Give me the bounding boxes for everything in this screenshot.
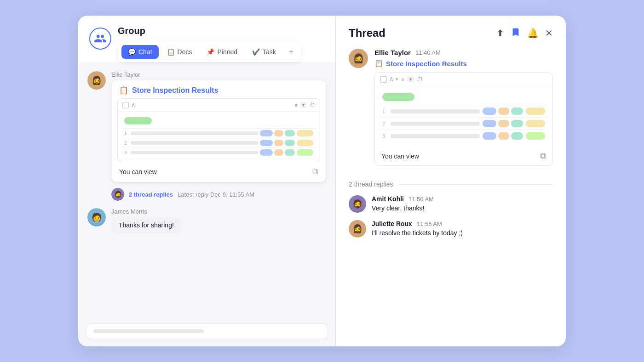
amit-reply-text: Very clear, thanks! [372,204,434,212]
juliette-reply-text: I'll resolve the tickets by today ;) [372,229,463,237]
thread-ellie-avatar: 🧔‍♀️ [349,49,368,68]
thread-doc-title: Store Inspection Results [386,60,467,68]
james-bubble: Thanks for sharing! [111,217,181,233]
thread-doc-icon: 📋 [374,59,383,68]
bell-icon[interactable]: 🔔 [527,28,539,39]
tag-blue [260,130,273,136]
doc-title: Store Inspection Results [132,86,218,95]
clock-icon: ⏱ [309,102,315,108]
juliette-reply-meta: Juliette Roux 11:55 AM [372,220,463,227]
header-tag-green [124,117,152,124]
doc-icon: 📋 [119,86,128,95]
thread-header-tag [382,93,414,101]
thread-preview-body: 1 2 [375,86,552,147]
ellie-message-content: Ellie Taylor 📋 Store Inspection Results [111,71,326,182]
amit-reply-meta: Amit Kohli 11:50 AM [372,195,434,203]
chat-icon: 💬 [128,48,136,56]
preview-row-1: 1 [121,128,316,138]
ellie-doc-card[interactable]: 📋 Store Inspection Results Ā [111,80,326,182]
thread-copy-icon[interactable]: ⧉ [540,151,546,161]
juliette-time: 11:55 AM [417,221,442,227]
thread-text-icon: Ā [390,77,393,82]
thread-dropdown1: ▾ [396,76,398,82]
left-content: 🧔‍♀️ Ellie Taylor 📋 Store Inspection Res… [78,62,335,322]
thread-replies-count-label: 2 thread replies [349,181,393,188]
main-container: Group 💬 Chat 📋 Docs 📌 Pinned [78,16,566,346]
james-message-group: 🧑 James Morris Thanks for sharing! [87,208,326,233]
copy-icon[interactable]: ⧉ [312,167,318,176]
tag-teal [285,130,295,136]
thread-doc-preview: Ā ▾ ≡ ▾ ⏱ 1 [374,72,553,166]
james-avatar: 🧑 [87,208,106,226]
james-sender-name: James Morris [111,208,181,215]
left-panel: Group 💬 Chat 📋 Docs 📌 Pinned [78,16,336,346]
amit-reply-content: Amit Kohli 11:50 AM Very clear, thanks! [372,195,434,212]
group-icon [94,32,107,45]
ellie-sender-name: Ellie Taylor [111,71,326,78]
thread-ellie-content: Ellie Taylor 11:40 AM 📋 Store Inspection… [374,49,553,170]
bookmark-icon[interactable] [511,27,521,40]
message-input-bar[interactable] [86,323,328,339]
divider-line [399,184,553,185]
thread-preview-row-1: 1 [380,105,548,117]
ellie-message-row: 🧔‍♀️ Ellie Taylor 📋 Store Inspection Res… [87,71,326,182]
preview-toolbar: Ā ≡ ▾ ⏱ [118,99,320,112]
thread-ellie-meta: Ellie Taylor 11:40 AM [374,49,553,57]
thread-ellie-sender: Ellie Taylor [374,49,411,57]
checkbox-icon [122,102,129,108]
close-icon[interactable]: ✕ [545,28,553,39]
thread-replies-row: 🧔 2 thread replies Latest reply Dec 9, 1… [87,186,326,203]
group-avatar [89,28,111,50]
amit-reply-row: 🧔 Amit Kohli 11:50 AM Very clear, thanks… [349,195,553,213]
upload-icon[interactable]: ⬆ [496,28,504,39]
juliette-reply-avatar: 🧔‍♀️ [349,220,366,238]
juliette-reply-row: 🧔‍♀️ Juliette Roux 11:55 AM I'll resolve… [349,220,553,238]
docs-icon: 📋 [167,48,175,56]
tab-chat[interactable]: 💬 Chat [121,45,159,59]
amit-time: 11:50 AM [408,196,434,203]
add-tab-button[interactable]: + [284,45,298,59]
preview-row-3: 3 [121,147,316,157]
thread-clock: ⏱ [417,76,423,83]
thread-ellie-time: 11:40 AM [415,49,441,56]
thread-replies-divider: 2 thread replies [349,181,553,188]
thread-replies-link[interactable]: 2 thread replies [129,191,173,198]
preview-body: 1 [118,112,320,161]
thread-list-icon: ≡ [401,77,404,82]
pin-icon: 📌 [207,48,214,56]
text-icon: Ā [132,102,135,108]
thread-checkbox [380,76,387,83]
thread-preview-header [380,91,548,103]
right-panel: Thread ⬆ 🔔 ✕ 🧔‍♀️ Ellie Taylor 11:40 AM [336,16,566,346]
tab-task-label: Task [263,48,276,56]
thread-doc-link[interactable]: 📋 Store Inspection Results [374,59,553,68]
doc-card-footer: You can view ⧉ [112,161,326,182]
tab-pinned-label: Pinned [217,48,237,56]
thread-preview-row-3: 3 [380,130,548,142]
thread-preview-row-2: 2 [380,117,548,130]
tag-green2 [297,149,313,156]
ellie-message-group: 🧔‍♀️ Ellie Taylor 📋 Store Inspection Res… [87,71,326,203]
tab-pinned[interactable]: 📌 Pinned [200,45,244,59]
left-header-right: Group 💬 Chat 📋 Docs 📌 Pinned [118,26,324,62]
tab-docs[interactable]: 📋 Docs [161,45,199,59]
thread-doc-footer: You can view ⧉ [375,147,552,165]
tag-yellow [297,130,313,136]
doc-footer-text: You can view [119,168,157,175]
james-message-content: James Morris Thanks for sharing! [111,208,181,233]
ellie-avatar: 🧔‍♀️ [87,71,106,90]
left-header: Group 💬 Chat 📋 Docs 📌 Pinned [78,16,335,62]
juliette-reply-content: Juliette Roux 11:55 AM I'll resolve the … [372,220,463,237]
thread-replies-meta: Latest reply Dec 9, 11:55 AM [178,191,254,198]
preview-row-2: 2 [121,138,316,147]
thread-doc-footer-text: You can view [381,153,419,160]
tag-orange [274,130,283,136]
list-icon: ≡ [295,102,298,108]
doc-preview: Ā ≡ ▾ ⏱ [117,98,320,161]
james-message-row: 🧑 James Morris Thanks for sharing! [87,208,326,233]
thread-reply-avatar: 🧔 [111,188,124,201]
thread-actions: ⬆ 🔔 ✕ [496,27,553,40]
tab-task[interactable]: ✔️ Task [246,45,282,59]
task-icon: ✔️ [252,48,260,56]
amit-sender: Amit Kohli [372,195,404,203]
